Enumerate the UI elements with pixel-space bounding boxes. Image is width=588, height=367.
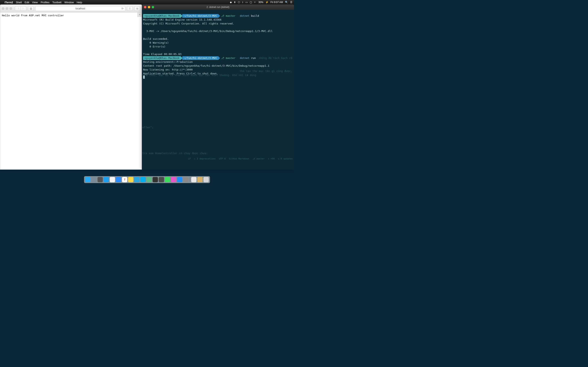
terminal-title: 2. dotnet run (dotnet) [207,6,229,8]
dock-safari[interactable] [104,177,109,182]
address-bar[interactable]: localhost ⟳ [35,6,125,11]
ghost-text: ế thôi, mặc dù cá nhân mình muốn đặt tên… [146,73,256,77]
menubar: iTerm2 Shell Edit View Profiles Toolbelt… [0,0,294,4]
dock-divider [190,177,190,182]
menu-view[interactable]: View [32,1,38,4]
slack-icon[interactable]: ◆ [230,1,232,4]
safari-window: 〈 〉 ▥ localhost ⟳ ⇪ ⧉ + Hello world from… [0,4,142,170]
notification-center-icon[interactable]: ☰ [290,1,292,4]
ghost-text: tra xem HomeController có chạy được chưa… [142,151,208,155]
battery-icon[interactable]: ▢ [250,1,252,4]
reload-icon[interactable]: ⟳ [121,7,123,10]
output-line: Build succeeded. [143,37,169,40]
prompt-path: ~/fun/hi-dotnet/3-MVC [182,14,218,18]
terminal-body[interactable]: nguyenkha@Khas-MacBook ~/fun/hi-dotnet/3… [142,10,294,170]
command-arg: run [251,57,256,59]
terminal-titlebar: 2. dotnet run (dotnet) [142,4,294,10]
command-keyword: dotnet [240,14,250,17]
dropbox-icon[interactable]: ⬇ [234,1,236,4]
status-stash: ↕ +99 [268,157,275,160]
dock-sublime[interactable] [159,177,164,182]
cursor [143,75,145,79]
prompt-path: ~/fun/hi-dotnet/3-MVC [182,56,218,60]
command-arg: build [251,14,259,17]
output-line: Content root path: /Users/nguyenkha/fun/… [143,64,269,67]
terminal-window: 2. dotnet run (dotnet) nguyenkha@Khas-Ma… [142,4,294,170]
output-line: Copyright (C) Microsoft Corporation. All… [143,22,234,25]
prompt-host: nguyenkha@Khas-MacBook [143,56,181,60]
close-button[interactable] [144,6,146,8]
prompt-host: nguyenkha@Khas-MacBook [143,14,181,18]
prompt-branch: ⎇ master [220,14,237,18]
zoom-button[interactable] [9,7,12,10]
address-text: localhost [76,7,85,10]
android-icon[interactable]: ⬡ [238,1,240,4]
dock-notes[interactable] [128,177,134,182]
forward-button[interactable]: 〉 [21,6,26,11]
page-content: Hello world from ASP.net MVC controller [0,12,142,169]
sidebar-button[interactable]: ▥ [28,6,34,11]
dock-appstore[interactable] [177,177,182,182]
prompt-branch: ⎇ master [220,56,237,60]
dock-messages[interactable] [165,177,170,182]
output-line: Microsoft (R) Build Engine version 15.1.… [143,18,222,21]
page-body-text: Hello world from ASP.net MVC controller [2,14,64,17]
output-line: 0 Warning(s) [143,41,169,44]
clock[interactable]: Fri 9:07 AM [270,1,283,4]
dock-settings[interactable] [183,177,189,182]
zoom-button[interactable] [152,6,154,8]
airplay-icon[interactable]: ▭ [245,1,248,4]
status-deprecations: ⚠ 3 deprecations [194,157,216,160]
status-updates: ↻ 6 updates [278,157,293,160]
menu-shell[interactable]: Shell [16,1,22,4]
output-line: Now listening on: http://*:3000 [143,68,193,71]
new-tab-button[interactable]: + [138,12,142,17]
spotlight-icon[interactable]: 🔍 [285,1,288,4]
ghost-text: những để tách bạch rõ [259,56,292,60]
status-lf: LF [188,157,191,160]
dock-document[interactable] [191,177,197,182]
dock-itunes[interactable] [171,177,176,182]
git-branch-icon: ⎇ [221,14,226,17]
output-line: 0 Error(s) [143,45,165,48]
dock-skype[interactable] [140,177,146,182]
menu-window[interactable]: Window [64,1,74,4]
dock-rocket[interactable] [98,177,103,182]
output-line: Time Elapsed 00:00:05.83 [143,53,182,56]
wifi-icon[interactable]: ᯤ [254,1,256,4]
app-menu[interactable]: iTerm2 [4,1,13,4]
command-keyword: dotnet [240,57,250,59]
dock: 7 [84,176,210,183]
dock-calendar[interactable]: 7 [122,177,127,182]
minimize-button[interactable] [148,6,150,8]
minimize-button[interactable] [6,7,8,10]
close-button[interactable] [2,7,4,10]
menu-profiles[interactable]: Profiles [41,1,49,4]
menu-help[interactable]: Help [77,1,82,4]
dock-folder[interactable] [198,177,203,182]
menu-edit[interactable]: Edit [25,1,29,4]
dock-terminal[interactable] [153,177,158,182]
dock-launchpad[interactable] [91,177,97,182]
status-branch: ⎇ master [252,157,265,160]
share-button[interactable]: ⇪ [127,6,133,11]
menu-toolbelt[interactable]: Toolbelt [52,1,61,4]
editor-status-bar: LF ⚠ 3 deprecations UTF-8 GitHub Markdow… [188,157,293,160]
charging-icon: ⚡ [265,1,268,4]
bluetooth-icon[interactable]: ᚼ [242,1,243,4]
dock-chrome[interactable] [110,177,115,182]
dock-mail[interactable] [116,177,121,182]
dock-telegram[interactable] [134,177,140,182]
safari-toolbar: 〈 〉 ▥ localhost ⟳ ⇪ ⧉ + [0,5,142,12]
dock-trash[interactable] [204,177,209,182]
tabs-button[interactable]: ⧉ [134,6,140,11]
dock-atom[interactable] [147,177,152,182]
output-line: 3-MVC -> /Users/nguyenkha/fun/hi-dotnet/… [143,30,273,33]
ghost-text: ục lại phải tách ra. [154,60,186,64]
git-branch-icon: ⎇ [221,57,226,59]
ghost-text: oller"; [142,125,154,129]
ghost-text: thể tạo thư mục tên gì cũng được, [240,69,292,73]
battery-percent: 30% [259,1,263,4]
dock-finder[interactable] [85,177,91,182]
back-button[interactable]: 〈 [15,6,21,11]
